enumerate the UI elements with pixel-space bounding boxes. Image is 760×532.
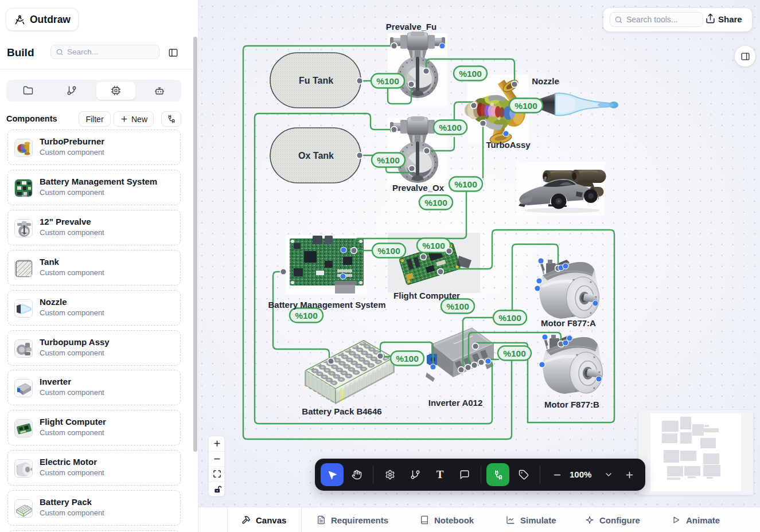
- svg-text:%100: %100: [422, 241, 445, 251]
- svg-text:%100: %100: [459, 69, 482, 79]
- svg-text:TurboAssy: TurboAssy: [486, 140, 531, 150]
- svg-text:%100: %100: [454, 179, 477, 189]
- svg-text:Flight Computer: Flight Computer: [393, 291, 460, 300]
- svg-text:%100: %100: [515, 101, 537, 111]
- svg-text:%100: %100: [446, 302, 469, 311]
- svg-text:Battery Pack B4646: Battery Pack B4646: [302, 406, 381, 416]
- svg-text:Motor F877:A: Motor F877:A: [541, 318, 596, 328]
- svg-text:Battery Management System: Battery Management System: [268, 300, 385, 310]
- svg-text:%100: %100: [396, 354, 419, 363]
- svg-text:Nozzle: Nozzle: [532, 76, 559, 86]
- svg-text:%100: %100: [295, 311, 318, 320]
- svg-text:%100: %100: [424, 198, 447, 208]
- svg-text:Prevalve_Fu: Prevalve_Fu: [386, 22, 436, 32]
- svg-text:%100: %100: [376, 76, 399, 86]
- svg-text:%100: %100: [377, 246, 400, 256]
- svg-text:%100: %100: [439, 123, 462, 132]
- svg-text:Ox Tank: Ox Tank: [298, 151, 334, 161]
- svg-text:Fu Tank: Fu Tank: [299, 76, 333, 85]
- svg-text:%100: %100: [498, 313, 521, 323]
- svg-text:Motor F877:B: Motor F877:B: [544, 400, 599, 409]
- svg-text:%100: %100: [377, 155, 400, 165]
- svg-text:Inverter A012: Inverter A012: [428, 398, 483, 408]
- svg-text:%100: %100: [503, 349, 526, 358]
- svg-text:Prevalve_Ox: Prevalve_Ox: [392, 183, 445, 193]
